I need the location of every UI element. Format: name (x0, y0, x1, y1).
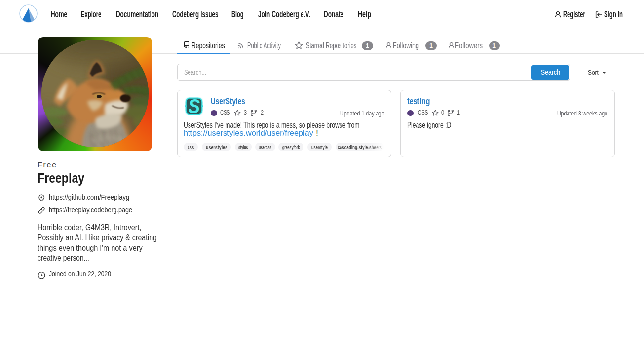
svg-text:S: S (189, 97, 200, 115)
